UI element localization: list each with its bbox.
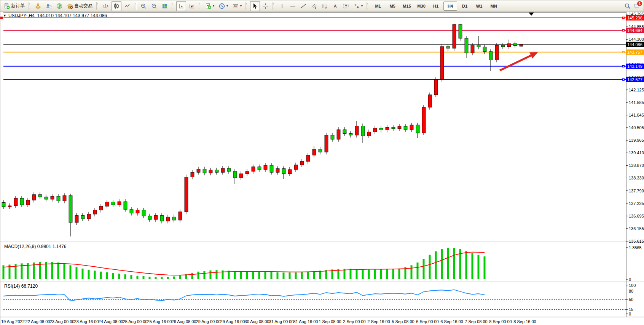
timeframe-m5[interactable]: M5 <box>386 2 399 11</box>
notification-badge: 1 <box>637 1 642 6</box>
new-order-button[interactable]: 新订单 <box>2 1 27 11</box>
candle-bullish <box>197 169 200 173</box>
macd-histogram-bar <box>380 269 382 279</box>
candle-bearish <box>142 210 145 216</box>
zoom-out-button[interactable] <box>149 1 159 11</box>
timeframe-m30[interactable]: M30 <box>414 2 428 11</box>
candle-bullish <box>87 214 91 219</box>
candle-bearish <box>343 130 346 133</box>
candlestick-chart-button[interactable] <box>112 1 121 11</box>
candle-bearish <box>148 216 151 219</box>
macd-histogram-bar <box>429 255 431 279</box>
community-button[interactable] <box>44 1 54 11</box>
candle-bullish <box>507 44 511 47</box>
macd-histogram-bar <box>374 269 376 279</box>
timeframe-group: M1M5M15M30H1H4D1W1MN <box>371 2 501 11</box>
search-icon[interactable] <box>625 3 631 9</box>
trend-arrow-annotation[interactable] <box>500 55 532 70</box>
rsi-axis-label: 0 <box>629 312 631 316</box>
templates-button[interactable]: ▾ <box>231 1 244 11</box>
new-order-label: 新订单 <box>11 3 25 9</box>
timeframe-h1[interactable]: H1 <box>429 2 443 11</box>
toolbar-separator <box>29 2 31 10</box>
candle-bearish <box>81 216 84 219</box>
candle-bearish <box>513 44 517 46</box>
candle-bullish <box>386 127 389 130</box>
price-tag-label: 144.694 <box>627 28 642 33</box>
timeframe-h4[interactable]: H4 <box>443 2 457 11</box>
text-label-button[interactable]: T <box>341 1 351 11</box>
time-axis-label: 31 Aug 00:00 <box>269 319 294 324</box>
auto-scroll-icon <box>178 3 184 9</box>
autotrade-button[interactable]: 自动交易 <box>65 1 94 11</box>
cursor-icon <box>252 3 258 9</box>
macd-histogram-bar <box>45 262 47 279</box>
candle-bullish <box>8 206 11 207</box>
line-chart-button[interactable] <box>122 1 132 11</box>
time-axis-label: 19 Aug 2022 <box>1 319 25 324</box>
line-handle[interactable] <box>0 17 3 19</box>
price-axis-label: 135.615 <box>629 239 644 243</box>
horizontal-line-button[interactable] <box>288 1 298 11</box>
toolbar-separator <box>273 2 275 10</box>
timeframe-w1[interactable]: W1 <box>472 2 486 11</box>
chart-title-collapse-icon[interactable]: ▼ <box>3 14 6 18</box>
candle-bullish <box>306 155 310 161</box>
time-axis-label: 8 Sep 00:00 <box>489 319 512 324</box>
bar-chart-button[interactable] <box>101 1 111 11</box>
macd-histogram-bar <box>465 251 467 279</box>
chart-canvas[interactable]: 145.395144.855144.300143.745143.205142.6… <box>0 12 644 325</box>
macd-histogram-bar <box>64 263 65 279</box>
candle-bearish <box>416 125 419 133</box>
timeframe-m15[interactable]: M15 <box>400 2 414 11</box>
periods-button[interactable]: ▾ <box>217 1 230 11</box>
rsi-line <box>3 290 485 301</box>
timeframe-mn[interactable]: MN <box>487 2 501 11</box>
macd-histogram-bar <box>277 272 279 279</box>
macd-histogram-bar <box>319 271 321 279</box>
toolbar: 新订单 自 <box>0 0 644 12</box>
crosshair-button[interactable] <box>261 1 271 11</box>
tile-windows-button[interactable] <box>160 1 170 11</box>
notifications-button[interactable]: 1 <box>634 3 640 9</box>
text-label-icon: T <box>343 3 349 9</box>
time-axis-label: 8 Sep 16:00 <box>513 319 536 324</box>
macd-histogram-bar <box>246 272 248 279</box>
auto-scroll-button[interactable] <box>176 1 186 11</box>
macd-histogram-bar <box>88 270 90 279</box>
fibonacci-button[interactable]: F <box>320 1 330 11</box>
svg-text:E: E <box>315 7 316 9</box>
timeframe-m1[interactable]: M1 <box>371 2 385 11</box>
text-button[interactable]: A <box>330 1 340 11</box>
candle-bearish <box>282 169 285 174</box>
chart-plot[interactable]: 145.395144.855144.300143.745143.205142.6… <box>0 12 644 325</box>
macd-histogram-bar <box>441 249 443 279</box>
chart-shift-marker[interactable] <box>529 13 534 16</box>
candle-bearish <box>501 45 505 47</box>
timeframe-d1[interactable]: D1 <box>458 2 472 11</box>
candle-bearish <box>69 195 72 223</box>
macd-histogram-bar <box>252 272 254 279</box>
dropdown-caret: ▾ <box>213 4 214 8</box>
candle-bullish <box>105 202 109 206</box>
indicators-button[interactable]: ▾ <box>203 1 216 11</box>
time-axis-label: 26 Aug 08:00 <box>172 319 196 324</box>
channel-button[interactable]: E <box>309 1 319 11</box>
zoom-in-button[interactable] <box>139 1 148 11</box>
signals-button[interactable] <box>54 1 64 11</box>
line-handle-dot <box>623 30 624 31</box>
vertical-line-button[interactable] <box>277 1 287 11</box>
toolbar-separator <box>199 2 201 10</box>
trendline-icon <box>300 3 306 9</box>
candle-bullish <box>471 45 474 53</box>
candle-bearish <box>172 217 176 220</box>
shapes-button[interactable]: ▾ <box>352 1 365 11</box>
chart-shift-button[interactable] <box>187 1 197 11</box>
macd-axis-label: 0 <box>629 277 631 282</box>
price-axis-label: 138.870 <box>629 163 644 168</box>
time-axis-label: 5 Sep 08:00 <box>392 319 414 324</box>
market-watch-button[interactable] <box>33 1 43 11</box>
cursor-button[interactable] <box>250 1 260 11</box>
svg-text:F: F <box>325 7 327 9</box>
trendline-button[interactable] <box>298 1 308 11</box>
